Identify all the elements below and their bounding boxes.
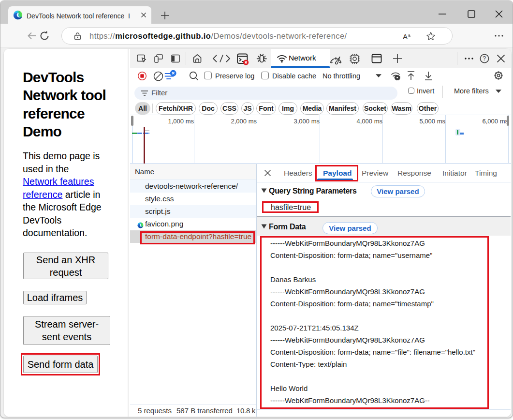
svg-text:?: ? [483, 55, 486, 62]
svg-text:A: A [403, 32, 408, 41]
